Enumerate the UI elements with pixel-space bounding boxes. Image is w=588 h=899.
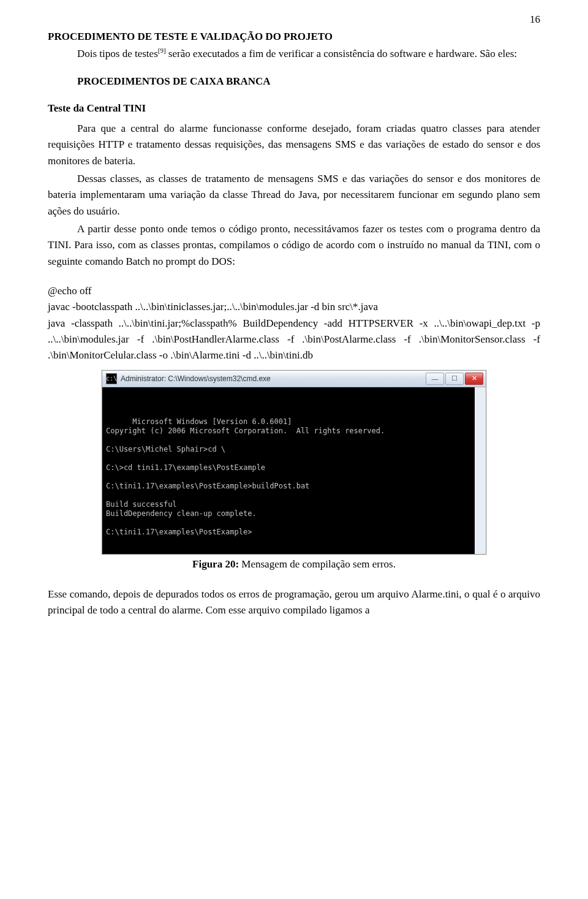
cmd-icon: c:\ xyxy=(106,373,117,384)
scrollbar-up-arrow[interactable]: ▲ xyxy=(475,387,486,397)
heading-level2: PROCEDIMENTOS DE CAIXA BRANCA xyxy=(77,75,540,88)
page-number: 16 xyxy=(530,13,540,26)
heading-level3: Teste da Central TINI xyxy=(48,102,540,115)
code-line-3: java -classpath ..\..\bin\tini.jar;%clas… xyxy=(48,316,540,364)
tail-text: Esse comando, depois de depurados todos … xyxy=(48,586,540,619)
terminal-text: Microsoft Windows [Version 6.0.6001] Cop… xyxy=(106,417,385,536)
scrollbar-down-arrow[interactable]: ▼ xyxy=(475,544,486,554)
minimize-button[interactable]: — xyxy=(426,373,444,385)
paragraph-2: Dessas classes, as classes de tratamento… xyxy=(48,171,540,219)
window-titlebar: c:\ Administrator: C:\Windows\system32\c… xyxy=(102,371,486,387)
code-line-2: javac -bootclasspath ..\..\bin\tiniclass… xyxy=(48,299,540,315)
caption-text: Mensagem de compilação sem erros. xyxy=(239,558,396,570)
tail-paragraph: Esse comando, depois de depurados todos … xyxy=(48,586,540,619)
citation-ref: [9] xyxy=(158,47,166,54)
scrollbar-track[interactable] xyxy=(475,397,486,544)
window-title: Administrator: C:\Windows\system32\cmd.e… xyxy=(121,374,426,383)
intro-part2: serão executados a fim de verificar a co… xyxy=(166,48,518,59)
paragraph-1: Para que a central do alarme funcionasse… xyxy=(48,121,540,169)
close-button[interactable]: ✕ xyxy=(465,373,483,385)
code-line-1: @echo off xyxy=(48,283,540,299)
caption-label: Figura 20: xyxy=(192,558,239,570)
maximize-button[interactable]: ☐ xyxy=(445,373,464,385)
figure-caption: Figura 20: Mensagem de compilação sem er… xyxy=(48,558,540,571)
command-prompt-window: c:\ Administrator: C:\Windows\system32\c… xyxy=(102,370,486,555)
window-buttons: — ☐ ✕ xyxy=(426,373,483,385)
document-page: 16 PROCEDIMENTO DE TESTE E VALIDAÇÃO DO … xyxy=(0,0,588,639)
intro-paragraph: Dois tipos de testes[9] serão executados… xyxy=(48,45,540,62)
heading-level1: PROCEDIMENTO DE TESTE E VALIDAÇÃO DO PRO… xyxy=(48,31,540,43)
terminal-output[interactable]: ▲ ▼Microsoft Windows [Version 6.0.6001] … xyxy=(102,387,486,554)
intro-part1: Dois tipos de testes xyxy=(77,48,158,59)
paragraph-3: A partir desse ponto onde temos o código… xyxy=(48,221,540,270)
body-paragraphs: Para que a central do alarme funcionasse… xyxy=(48,121,540,270)
batch-command-block: @echo off javac -bootclasspath ..\..\bin… xyxy=(48,283,540,364)
